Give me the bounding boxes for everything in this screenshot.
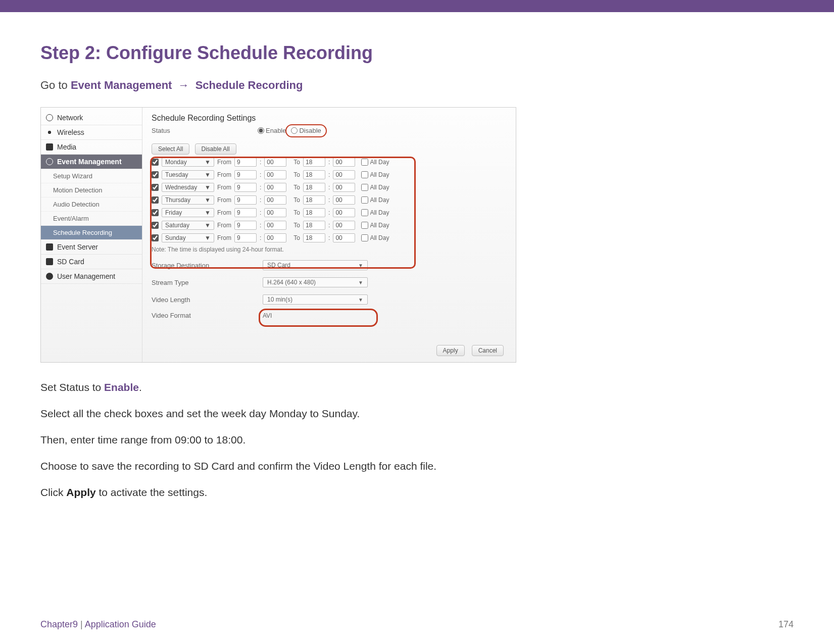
from-hour-input[interactable]: 9 [234,158,257,167]
to-min-input[interactable]: 00 [333,233,355,242]
to-hour-input[interactable]: 18 [303,208,325,217]
cancel-button[interactable]: Cancel [472,345,504,356]
to-hour-input[interactable]: 18 [303,221,325,230]
from-hour-input[interactable]: 9 [234,170,257,179]
to-min-input[interactable]: 00 [333,158,355,167]
from-hour-input[interactable]: 9 [234,183,257,192]
day-checkbox[interactable] [152,196,159,204]
to-min-input[interactable]: 00 [333,183,355,192]
from-min-input[interactable]: 00 [264,158,286,167]
day-select[interactable]: Tuesday▼ [162,170,214,179]
from-hour-input[interactable]: 9 [234,208,257,217]
instruction-line-2: Select all the check boxes and set the w… [40,403,794,424]
eye-icon [46,158,53,165]
status-label: Status [152,127,253,134]
from-min-input[interactable]: 00 [264,233,286,242]
all-day-checkbox[interactable]: All Day [361,234,389,241]
from-min-input[interactable]: 00 [264,183,286,192]
video-length-select[interactable]: 10 min(s)▼ [263,294,368,305]
chevron-down-icon: ▼ [205,184,211,191]
to-min-input[interactable]: 00 [333,170,355,179]
all-day-checkbox[interactable]: All Day [361,184,389,191]
sidebar-item-event-management[interactable]: Event Management [41,155,142,169]
to-hour-input[interactable]: 18 [303,195,325,205]
day-select[interactable]: Friday▼ [162,208,214,217]
day-select[interactable]: Saturday▼ [162,221,214,230]
to-hour-input[interactable]: 18 [303,183,325,192]
disable-all-button[interactable]: Disable All [195,143,236,155]
from-label: From [217,196,231,204]
from-min-input[interactable]: 00 [264,221,286,230]
from-min-input[interactable]: 00 [264,170,286,179]
to-hour-input[interactable]: 18 [303,158,325,167]
from-label: From [217,171,231,178]
media-icon [46,143,53,151]
all-day-checkbox[interactable]: All Day [361,196,389,204]
sidebar-item-media[interactable]: Media [41,140,142,155]
day-checkbox[interactable] [152,209,159,216]
colon-sep: : [260,222,261,229]
day-select[interactable]: Thursday▼ [162,195,214,205]
server-icon [46,243,53,251]
from-min-input[interactable]: 00 [264,208,286,217]
sidebar-item-user-management[interactable]: User Management [41,269,142,284]
all-day-checkbox[interactable]: All Day [361,222,389,229]
sidebar-label: Event/Alarm [53,215,89,222]
to-min-input[interactable]: 00 [333,195,355,205]
day-checkbox[interactable] [152,159,159,166]
storage-destination-row: Storage Destination SD Card▼ [152,260,507,270]
stream-value: H.264 (640 x 480) [267,279,316,286]
sidebar-label: Setup Wizard [53,172,92,180]
storage-value: SD Card [267,262,290,269]
status-enable-radio[interactable]: Enable [258,127,286,134]
select-all-button[interactable]: Select All [152,143,189,155]
from-label: From [217,234,231,241]
sidebar-item-event-alarm[interactable]: Event/Alarm [41,212,142,226]
from-hour-input[interactable]: 9 [234,195,257,205]
colon-sep: : [328,222,330,229]
storage-label: Storage Destination [152,262,263,269]
from-label: From [217,159,231,166]
day-checkbox[interactable] [152,234,159,241]
to-min-input[interactable]: 00 [333,208,355,217]
sidebar-label: Network [57,114,83,122]
to-min-input[interactable]: 00 [333,221,355,230]
day-select[interactable]: Monday▼ [162,158,214,167]
day-checkbox[interactable] [152,222,159,229]
sd-card-icon [46,258,53,265]
chevron-down-icon: ▼ [358,280,363,285]
sidebar-item-wireless[interactable]: Wireless [41,125,142,140]
to-label: To [293,184,300,191]
all-day-label: All Day [370,234,389,241]
sidebar-item-event-server[interactable]: Event Server [41,240,142,255]
day-checkbox[interactable] [152,171,159,178]
all-day-checkbox[interactable]: All Day [361,159,389,166]
sidebar-item-schedule-recording[interactable]: Schedule Recording [41,226,142,240]
sidebar-item-audio-detection[interactable]: Audio Detection [41,197,142,212]
status-disable-radio[interactable]: Disable [291,127,321,134]
to-hour-input[interactable]: 18 [303,170,325,179]
sidebar-item-sd-card[interactable]: SD Card [41,255,142,269]
instr1-c: . [139,381,142,393]
instruction-line-1: Set Status to Enable. [40,377,794,398]
from-label: From [217,209,231,216]
from-hour-input[interactable]: 9 [234,221,257,230]
sidebar-item-motion-detection[interactable]: Motion Detection [41,183,142,197]
all-day-checkbox[interactable]: All Day [361,171,389,178]
day-checkbox[interactable] [152,184,159,191]
chevron-down-icon: ▼ [358,263,363,268]
sidebar-item-setup-wizard[interactable]: Setup Wizard [41,169,142,183]
from-min-input[interactable]: 00 [264,195,286,205]
stream-label: Stream Type [152,279,263,286]
from-hour-input[interactable]: 9 [234,233,257,242]
all-day-checkbox[interactable]: All Day [361,209,389,216]
stream-select[interactable]: H.264 (640 x 480)▼ [263,277,368,287]
sidebar-item-network[interactable]: Network [41,111,142,125]
apply-button[interactable]: Apply [436,345,465,356]
day-select[interactable]: Sunday▼ [162,233,214,242]
storage-select[interactable]: SD Card▼ [263,260,368,270]
pane-title: Schedule Recording Settings [152,114,507,123]
to-hour-input[interactable]: 18 [303,233,325,242]
schedule-table: Monday▼From9:00To18:00 All DayTuesday▼Fr… [152,158,507,242]
day-select[interactable]: Wednesday▼ [162,183,214,192]
